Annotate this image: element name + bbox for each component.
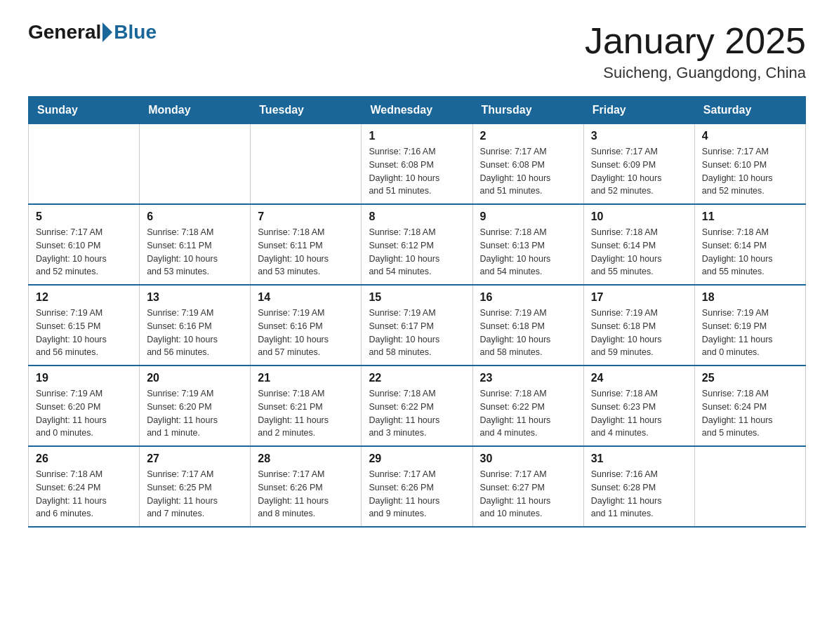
day-number: 17 — [591, 291, 687, 304]
calendar-cell: 23Sunrise: 7:18 AM Sunset: 6:22 PM Dayli… — [472, 365, 583, 446]
calendar-cell: 27Sunrise: 7:17 AM Sunset: 6:25 PM Dayli… — [140, 446, 251, 527]
calendar-table: SundayMondayTuesdayWednesdayThursdayFrid… — [28, 96, 806, 528]
day-number: 20 — [147, 372, 243, 384]
logo-general-text: General — [28, 21, 101, 43]
calendar-cell: 18Sunrise: 7:19 AM Sunset: 6:19 PM Dayli… — [694, 285, 805, 365]
day-info: Sunrise: 7:19 AM Sunset: 6:19 PM Dayligh… — [702, 307, 798, 359]
day-info: Sunrise: 7:17 AM Sunset: 6:25 PM Dayligh… — [147, 468, 243, 521]
calendar-cell: 24Sunrise: 7:18 AM Sunset: 6:23 PM Dayli… — [583, 365, 694, 446]
day-number: 15 — [369, 291, 465, 304]
day-info: Sunrise: 7:19 AM Sunset: 6:18 PM Dayligh… — [480, 307, 576, 359]
calendar-header: SundayMondayTuesdayWednesdayThursdayFrid… — [29, 97, 806, 124]
day-info: Sunrise: 7:18 AM Sunset: 6:24 PM Dayligh… — [702, 387, 798, 440]
day-info: Sunrise: 7:18 AM Sunset: 6:12 PM Dayligh… — [369, 226, 465, 279]
weekday-header-thursday: Thursday — [472, 97, 583, 124]
day-number: 10 — [591, 210, 687, 223]
day-number: 7 — [258, 210, 354, 223]
day-number: 23 — [480, 372, 576, 384]
day-number: 26 — [36, 452, 132, 465]
calendar-cell: 17Sunrise: 7:19 AM Sunset: 6:18 PM Dayli… — [583, 285, 694, 365]
calendar-cell: 19Sunrise: 7:19 AM Sunset: 6:20 PM Dayli… — [29, 365, 140, 446]
day-info: Sunrise: 7:18 AM Sunset: 6:24 PM Dayligh… — [36, 468, 132, 521]
location-title: Suicheng, Guangdong, China — [585, 64, 806, 82]
calendar-cell: 20Sunrise: 7:19 AM Sunset: 6:20 PM Dayli… — [140, 365, 251, 446]
day-info: Sunrise: 7:17 AM Sunset: 6:26 PM Dayligh… — [258, 468, 354, 521]
day-number: 9 — [480, 210, 576, 223]
day-number: 14 — [258, 291, 354, 304]
calendar-cell: 31Sunrise: 7:16 AM Sunset: 6:28 PM Dayli… — [583, 446, 694, 527]
calendar-cell: 28Sunrise: 7:17 AM Sunset: 6:26 PM Dayli… — [251, 446, 362, 527]
calendar-cell: 12Sunrise: 7:19 AM Sunset: 6:15 PM Dayli… — [29, 285, 140, 365]
day-info: Sunrise: 7:19 AM Sunset: 6:16 PM Dayligh… — [258, 307, 354, 359]
day-info: Sunrise: 7:18 AM Sunset: 6:11 PM Dayligh… — [147, 226, 243, 279]
calendar-cell — [694, 446, 805, 527]
title-block: January 2025 Suicheng, Guangdong, China — [585, 21, 806, 82]
calendar-cell — [29, 124, 140, 205]
day-info: Sunrise: 7:18 AM Sunset: 6:23 PM Dayligh… — [591, 387, 687, 440]
day-number: 21 — [258, 372, 354, 384]
calendar-cell: 22Sunrise: 7:18 AM Sunset: 6:22 PM Dayli… — [362, 365, 472, 446]
day-number: 5 — [36, 210, 132, 223]
calendar-cell: 21Sunrise: 7:18 AM Sunset: 6:21 PM Dayli… — [251, 365, 362, 446]
day-number: 6 — [147, 210, 243, 223]
day-number: 3 — [591, 130, 687, 142]
day-info: Sunrise: 7:18 AM Sunset: 6:21 PM Dayligh… — [258, 387, 354, 440]
calendar-cell: 3Sunrise: 7:17 AM Sunset: 6:09 PM Daylig… — [583, 124, 694, 205]
day-info: Sunrise: 7:19 AM Sunset: 6:17 PM Dayligh… — [369, 307, 465, 359]
calendar-cell: 25Sunrise: 7:18 AM Sunset: 6:24 PM Dayli… — [694, 365, 805, 446]
day-info: Sunrise: 7:16 AM Sunset: 6:28 PM Dayligh… — [591, 468, 687, 521]
day-info: Sunrise: 7:18 AM Sunset: 6:11 PM Dayligh… — [258, 226, 354, 279]
day-number: 29 — [369, 452, 465, 465]
calendar-cell: 29Sunrise: 7:17 AM Sunset: 6:26 PM Dayli… — [362, 446, 472, 527]
day-info: Sunrise: 7:18 AM Sunset: 6:14 PM Dayligh… — [591, 226, 687, 279]
calendar-cell: 7Sunrise: 7:18 AM Sunset: 6:11 PM Daylig… — [251, 204, 362, 285]
day-number: 28 — [258, 452, 354, 465]
day-number: 11 — [702, 210, 798, 223]
calendar-cell — [251, 124, 362, 205]
day-info: Sunrise: 7:19 AM Sunset: 6:18 PM Dayligh… — [591, 307, 687, 359]
day-number: 16 — [480, 291, 576, 304]
week-row-2: 5Sunrise: 7:17 AM Sunset: 6:10 PM Daylig… — [29, 204, 806, 285]
day-number: 31 — [591, 452, 687, 465]
calendar-cell: 14Sunrise: 7:19 AM Sunset: 6:16 PM Dayli… — [251, 285, 362, 365]
calendar-body: 1Sunrise: 7:16 AM Sunset: 6:08 PM Daylig… — [29, 124, 806, 528]
logo: General Blue — [28, 21, 157, 43]
day-info: Sunrise: 7:17 AM Sunset: 6:10 PM Dayligh… — [36, 226, 132, 279]
day-number: 4 — [702, 130, 798, 142]
calendar-cell: 2Sunrise: 7:17 AM Sunset: 6:08 PM Daylig… — [472, 124, 583, 205]
day-info: Sunrise: 7:18 AM Sunset: 6:22 PM Dayligh… — [480, 387, 576, 440]
logo-arrow-icon — [102, 22, 112, 42]
calendar-cell: 6Sunrise: 7:18 AM Sunset: 6:11 PM Daylig… — [140, 204, 251, 285]
day-info: Sunrise: 7:18 AM Sunset: 6:14 PM Dayligh… — [702, 226, 798, 279]
day-number: 2 — [480, 130, 576, 142]
day-number: 12 — [36, 291, 132, 304]
weekday-header-monday: Monday — [140, 97, 251, 124]
calendar-cell: 15Sunrise: 7:19 AM Sunset: 6:17 PM Dayli… — [362, 285, 472, 365]
day-info: Sunrise: 7:18 AM Sunset: 6:22 PM Dayligh… — [369, 387, 465, 440]
weekday-header-saturday: Saturday — [694, 97, 805, 124]
weekday-header-row: SundayMondayTuesdayWednesdayThursdayFrid… — [29, 97, 806, 124]
day-number: 25 — [702, 372, 798, 384]
page-header: General Blue January 2025 Suicheng, Guan… — [28, 21, 806, 82]
day-info: Sunrise: 7:19 AM Sunset: 6:15 PM Dayligh… — [36, 307, 132, 359]
calendar-cell: 13Sunrise: 7:19 AM Sunset: 6:16 PM Dayli… — [140, 285, 251, 365]
logo-blue-text: Blue — [114, 21, 157, 43]
month-title: January 2025 — [585, 21, 806, 61]
weekday-header-sunday: Sunday — [29, 97, 140, 124]
day-info: Sunrise: 7:17 AM Sunset: 6:26 PM Dayligh… — [369, 468, 465, 521]
day-number: 1 — [369, 130, 465, 142]
day-info: Sunrise: 7:18 AM Sunset: 6:13 PM Dayligh… — [480, 226, 576, 279]
calendar-cell: 30Sunrise: 7:17 AM Sunset: 6:27 PM Dayli… — [472, 446, 583, 527]
calendar-cell: 26Sunrise: 7:18 AM Sunset: 6:24 PM Dayli… — [29, 446, 140, 527]
day-info: Sunrise: 7:17 AM Sunset: 6:27 PM Dayligh… — [480, 468, 576, 521]
week-row-3: 12Sunrise: 7:19 AM Sunset: 6:15 PM Dayli… — [29, 285, 806, 365]
weekday-header-wednesday: Wednesday — [362, 97, 472, 124]
calendar-cell: 11Sunrise: 7:18 AM Sunset: 6:14 PM Dayli… — [694, 204, 805, 285]
week-row-4: 19Sunrise: 7:19 AM Sunset: 6:20 PM Dayli… — [29, 365, 806, 446]
calendar-cell: 4Sunrise: 7:17 AM Sunset: 6:10 PM Daylig… — [694, 124, 805, 205]
calendar-cell: 8Sunrise: 7:18 AM Sunset: 6:12 PM Daylig… — [362, 204, 472, 285]
day-info: Sunrise: 7:17 AM Sunset: 6:08 PM Dayligh… — [480, 145, 576, 198]
calendar-cell: 9Sunrise: 7:18 AM Sunset: 6:13 PM Daylig… — [472, 204, 583, 285]
day-number: 13 — [147, 291, 243, 304]
day-info: Sunrise: 7:19 AM Sunset: 6:20 PM Dayligh… — [147, 387, 243, 440]
